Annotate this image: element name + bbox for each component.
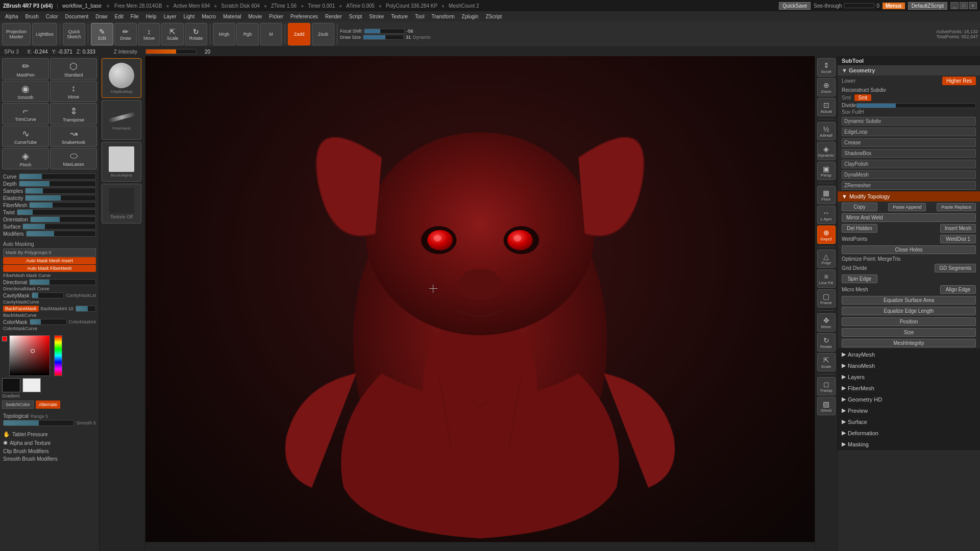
viewport[interactable] bbox=[145, 56, 815, 551]
maximize-button[interactable]: □ bbox=[960, 2, 968, 9]
position-btn[interactable]: Position bbox=[842, 317, 976, 326]
z-intensity-slider[interactable] bbox=[145, 49, 197, 54]
edgeloop-label[interactable]: EdgeLoop bbox=[842, 128, 976, 136]
brush-transpose[interactable]: ⇕ Transpose bbox=[50, 103, 97, 124]
elasticity-slider[interactable] bbox=[25, 195, 96, 201]
brush-pinch[interactable]: ◈ Pinch bbox=[2, 148, 49, 169]
menu-item-zplugin[interactable]: Zplugin bbox=[459, 13, 482, 20]
menu-item-color[interactable]: Color bbox=[43, 13, 61, 20]
rotate-view-btn[interactable]: ↻ Rotate bbox=[817, 333, 836, 352]
hue-bar[interactable] bbox=[54, 335, 62, 376]
ghost-btn[interactable]: ▨ Ghost bbox=[817, 397, 836, 415]
preview-header[interactable]: ▶ Preview bbox=[838, 405, 980, 416]
claypolish-label[interactable]: ClayPolish bbox=[842, 160, 976, 168]
switchcolor-button[interactable]: SwitchColor bbox=[2, 400, 34, 409]
alternate-button[interactable]: Alternate bbox=[36, 400, 60, 409]
rgb-button[interactable]: Rgb bbox=[236, 23, 259, 45]
menu-item-render[interactable]: Render bbox=[322, 13, 345, 20]
dynamic-subdiv-label[interactable]: Dynamic Subdiv bbox=[842, 117, 976, 126]
paste-append-btn[interactable]: Paste Append bbox=[888, 203, 926, 211]
menu-item-stroke[interactable]: Stroke bbox=[366, 13, 387, 20]
brush-maslasso[interactable]: ⬭ MasLasso bbox=[50, 148, 97, 169]
cavity-slider[interactable] bbox=[32, 292, 64, 298]
menu-item-tool[interactable]: Tool bbox=[412, 13, 427, 20]
move-button[interactable]: ↕ Move bbox=[138, 23, 160, 45]
shadowbox-label[interactable]: ShadowBox bbox=[842, 149, 976, 158]
dynamic-btn[interactable]: ◈ Dynamic bbox=[817, 142, 836, 160]
fibermesh-mask-curve-btn[interactable]: FiberMesh Mask Curve bbox=[3, 272, 96, 279]
menu-item-alpha[interactable]: Alpha bbox=[2, 13, 21, 20]
draw-button[interactable]: ✏ Draw bbox=[114, 23, 137, 45]
active-color-indicator[interactable] bbox=[2, 336, 7, 341]
color-gradient[interactable] bbox=[9, 335, 50, 376]
arraymesh-header[interactable]: ▶ ArrayMesh bbox=[838, 349, 980, 360]
menu-item-texture[interactable]: Texture bbox=[388, 13, 411, 20]
insert-mesh-btn[interactable]: Insert Mesh bbox=[940, 224, 976, 233]
frame-btn[interactable]: ▢ Frame bbox=[817, 289, 836, 308]
menu-item-help[interactable]: Help bbox=[143, 13, 160, 20]
copy-btn[interactable]: Copy bbox=[842, 203, 877, 211]
minimize-button[interactable]: _ bbox=[950, 2, 959, 9]
size-btn[interactable]: Size bbox=[842, 328, 976, 337]
close-button[interactable]: × bbox=[969, 2, 977, 9]
actual-btn[interactable]: ⊡ Actual bbox=[817, 98, 836, 116]
focal-slider[interactable] bbox=[364, 29, 405, 34]
mrgb-button[interactable]: Mrgb bbox=[213, 23, 235, 45]
smt-btn[interactable]: Smt bbox=[854, 94, 872, 101]
higher-res-btn[interactable]: Higher Res bbox=[942, 77, 976, 85]
menu-item-brush[interactable]: Brush bbox=[22, 13, 42, 20]
brush-mastpen[interactable]: ✏ MastPen bbox=[2, 58, 49, 80]
menu-item-picker[interactable]: Picker bbox=[266, 13, 286, 20]
surface-header[interactable]: ▶ Surface bbox=[838, 416, 980, 427]
topo-slider[interactable] bbox=[3, 420, 74, 426]
brush-preview-alpha[interactable]: BrushAlpha bbox=[102, 142, 141, 182]
brush-snakehook[interactable]: ↝ SnakeHook bbox=[50, 126, 97, 147]
linefill-btn[interactable]: ≡ Line Fill bbox=[817, 269, 836, 288]
projection-master-button[interactable]: Projection Master bbox=[2, 23, 31, 45]
menu-item-document[interactable]: Document bbox=[62, 13, 92, 20]
brush-preview-texture[interactable]: Texture Off bbox=[102, 184, 141, 223]
backmask-slider[interactable] bbox=[76, 306, 96, 312]
auto-mask-mesh-insert-btn[interactable]: Auto Mask Mesh Insert bbox=[3, 257, 96, 264]
directional-slider[interactable] bbox=[29, 279, 96, 285]
menu-item-draw[interactable]: Draw bbox=[92, 13, 110, 20]
scale-button[interactable]: ⇱ Scale bbox=[161, 23, 184, 45]
brush-trimcurve[interactable]: ⌐ TrimCurve bbox=[2, 103, 49, 124]
mesh-integrity-btn[interactable]: MeshIntegrity bbox=[842, 339, 976, 347]
mask-by-polygroups-btn[interactable]: Mask By Polygroups 0 bbox=[3, 248, 96, 257]
geometry-header[interactable]: ▼ Geometry bbox=[838, 65, 980, 76]
dynamesh-label[interactable]: DynaMesh bbox=[842, 170, 976, 179]
surface-slider[interactable] bbox=[22, 223, 96, 230]
script-button[interactable]: DefaultZScript bbox=[908, 2, 947, 10]
scroll-btn[interactable]: ⇕ Scroll bbox=[817, 58, 836, 77]
backface-mask-btn[interactable]: BackFaceMask bbox=[3, 306, 39, 312]
lightbox-button[interactable]: LightBox bbox=[32, 23, 57, 45]
geometry-hd-header[interactable]: ▶ Geometry HD bbox=[838, 394, 980, 405]
fibermesh-slider[interactable] bbox=[29, 202, 96, 208]
color-mask-slider[interactable] bbox=[30, 319, 67, 325]
equalize-surface-btn[interactable]: Equalize Surface Area bbox=[842, 296, 976, 305]
zsub-button[interactable]: Zsub bbox=[312, 23, 334, 45]
brush-curvetube[interactable]: ∿ CurveTube bbox=[2, 126, 49, 147]
menus-button[interactable]: Menus bbox=[883, 3, 905, 9]
equalize-edge-btn[interactable]: Equalize Edge Length bbox=[842, 307, 976, 315]
fibermesh-rp-header[interactable]: ▶ FiberMesh bbox=[838, 383, 980, 393]
brush-move[interactable]: ↕ Move bbox=[50, 81, 97, 102]
menu-item-movie[interactable]: Movie bbox=[246, 13, 265, 20]
menu-item-zscript[interactable]: ZScript bbox=[482, 13, 505, 20]
gxyz-btn[interactable]: ⊕ Gxyz2 bbox=[817, 226, 836, 244]
menu-item-light[interactable]: Light bbox=[180, 13, 198, 20]
zadd-button[interactable]: Zadd bbox=[288, 23, 310, 45]
quicksave-button[interactable]: QuickSave bbox=[779, 2, 811, 10]
masking-header[interactable]: ▶ Masking bbox=[838, 439, 980, 449]
depth-slider[interactable] bbox=[19, 181, 96, 187]
spin-edge-btn[interactable]: Spin Edge bbox=[842, 274, 877, 283]
deformation-header[interactable]: ▶ Deformation bbox=[838, 428, 980, 438]
white-swatch[interactable] bbox=[22, 378, 41, 392]
scale-view-btn[interactable]: ⇱ Scale bbox=[817, 353, 836, 371]
nanomesh-header[interactable]: ▶ NanoMesh bbox=[838, 360, 980, 371]
menu-item-edit[interactable]: Edit bbox=[112, 13, 127, 20]
rotate-button[interactable]: ↻ Rotate bbox=[185, 23, 207, 45]
transp-btn[interactable]: ◻ Transp bbox=[817, 377, 836, 395]
draw-size-slider[interactable] bbox=[363, 35, 404, 40]
